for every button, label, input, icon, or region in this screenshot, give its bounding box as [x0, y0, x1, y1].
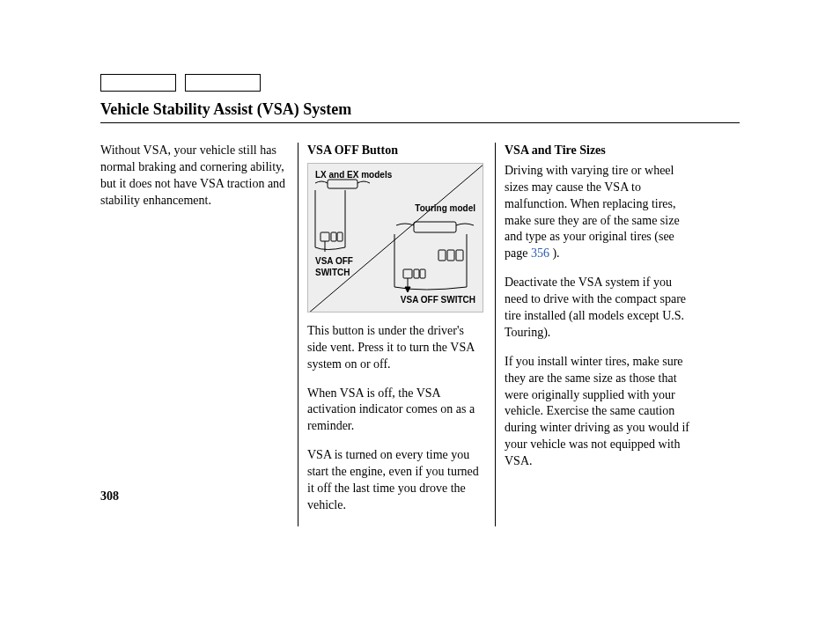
- diagram-illustration: [308, 164, 483, 312]
- page-number: 308: [100, 489, 119, 504]
- vsa-engine-start-text: VSA is turned on every time you start th…: [307, 447, 486, 514]
- svg-rect-8: [447, 250, 454, 261]
- nav-box-2[interactable]: [185, 74, 261, 92]
- svg-rect-10: [403, 269, 412, 278]
- tire-sizes-paragraph: Driving with varying tire or wheel sizes…: [505, 163, 692, 262]
- svg-line-0: [308, 164, 483, 312]
- svg-rect-6: [414, 222, 456, 232]
- svg-rect-7: [438, 250, 446, 261]
- page-title: Vehicle Stability Assist (VSA) System: [100, 100, 740, 123]
- vsa-off-button-heading: VSA OFF Button: [307, 143, 486, 159]
- vsa-tire-sizes-heading: VSA and Tire Sizes: [505, 143, 692, 159]
- diagram-label-switch-bottom: VSA OFF SWITCH: [401, 294, 475, 306]
- svg-rect-11: [414, 269, 419, 278]
- column-1: Without VSA, your vehicle still has norm…: [100, 143, 298, 526]
- winter-tires-text: If you install winter tires, make sure t…: [505, 354, 692, 470]
- diagram-label-switch-left: VSA OFF SWITCH: [315, 255, 359, 279]
- vsa-switch-diagram: LX and EX models Touring model VSA OFF S…: [307, 163, 483, 312]
- svg-rect-4: [337, 232, 343, 241]
- svg-rect-2: [321, 232, 329, 241]
- content-columns: Without VSA, your vehicle still has norm…: [100, 143, 740, 526]
- vsa-button-location-text: This button is under the driver's side v…: [307, 323, 486, 373]
- nav-box-1[interactable]: [100, 74, 176, 92]
- diagram-label-lx-ex: LX and EX models: [315, 169, 392, 181]
- svg-rect-3: [331, 232, 336, 241]
- diagram-label-touring: Touring model: [415, 202, 475, 215]
- tire-sizes-text-a: Driving with varying tire or wheel sizes…: [505, 164, 680, 260]
- svg-marker-14: [405, 287, 410, 292]
- svg-rect-12: [420, 269, 425, 278]
- tire-sizes-text-b: ).: [549, 246, 560, 260]
- svg-rect-1: [328, 180, 357, 188]
- page-link-356[interactable]: 356: [531, 246, 549, 260]
- svg-rect-9: [456, 250, 463, 261]
- intro-paragraph: Without VSA, your vehicle still has norm…: [100, 143, 291, 210]
- vsa-off-indicator-text: When VSA is off, the VSA activation indi…: [307, 386, 486, 436]
- column-3: VSA and Tire Sizes Driving with varying …: [495, 143, 692, 526]
- deactivate-vsa-text: Deactivate the VSA system if you need to…: [505, 275, 692, 342]
- nav-placeholder-boxes: [100, 74, 740, 92]
- column-2: VSA OFF Button: [298, 143, 495, 526]
